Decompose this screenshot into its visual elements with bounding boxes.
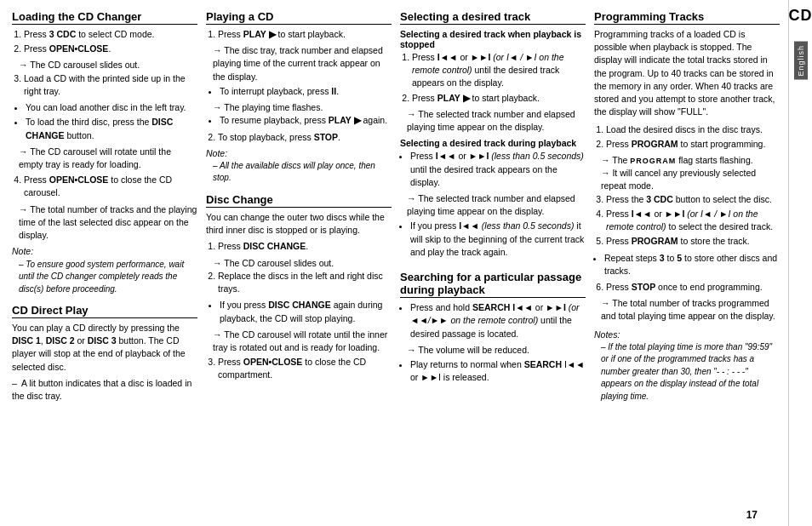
column-2: Playing a CD Press PLAY ▶ to start playb…	[206, 10, 392, 519]
arrow-item: → The selected track number and elapsed …	[400, 108, 586, 134]
list-item: Press PROGRAM to store the track.	[606, 235, 780, 248]
section-title-selecting: Selecting a desired track	[400, 10, 586, 25]
list-item: Press PROGRAM to start programming.	[606, 138, 780, 151]
list-item: Press DISC CHANGE.	[218, 240, 392, 253]
arrow-item: → The volume will be reduced.	[400, 344, 586, 357]
list-item: If you press I◄◄ (less than 0.5 seconds)…	[410, 220, 586, 259]
section-title-cd-direct: CD Direct Play	[12, 304, 197, 318]
list-item: Press I◄◄ or ►►I (or I◄ / ►I on the remo…	[606, 208, 780, 233]
list-item: Press OPEN•CLOSE to close the CD carouse…	[24, 174, 197, 199]
cd-tab-label: CD	[789, 7, 813, 25]
list-item: To interrupt playback, press II.	[220, 85, 392, 98]
list-item: To stop playback, press STOP.	[218, 131, 392, 144]
note-block: Note: – To ensure good system performanc…	[12, 245, 197, 295]
list-item: Repeat steps 3 to 5 to store other discs…	[604, 252, 780, 277]
column-1: Loading the CD Changer Press 3 CDC to se…	[12, 10, 197, 519]
list-item: To resume playback, press PLAY ▶ again.	[220, 114, 392, 127]
cd-direct-body: You can play a CD directly by pressing t…	[12, 322, 197, 374]
side-tab: CD English	[788, 0, 812, 526]
section-searching: Searching for a particular passage durin…	[400, 271, 586, 387]
list-item: Press the 3 CDC button to select the dis…	[606, 193, 780, 206]
arrow-item: → The CD carousel will rotate until the …	[206, 329, 392, 354]
section-title-searching: Searching for a particular passage durin…	[400, 271, 586, 298]
sub-title-stopped: Selecting a desired track when playback …	[400, 29, 586, 49]
list-item: Load a CD with the printed side up in th…	[24, 72, 197, 98]
section-title-disc-change: Disc Change	[206, 193, 392, 208]
section-selecting: Selecting a desired track Selecting a de…	[400, 10, 586, 262]
page-number: 17	[746, 509, 758, 521]
list-item: Play returns to normal when SEARCH I◄◄ o…	[410, 358, 586, 384]
list-item: Press and hold SEARCH I◄◄ or ►►I (or ◄◄/…	[410, 301, 586, 340]
arrow-item: → The CD carousel will rotate until the …	[12, 146, 197, 171]
column-3: Selecting a desired track Selecting a de…	[400, 10, 586, 519]
main-content: Loading the CD Changer Press 3 CDC to se…	[0, 0, 788, 526]
column-4: Programming Tracks Programming tracks of…	[594, 10, 780, 519]
section-programming: Programming Tracks Programming tracks of…	[594, 10, 780, 403]
arrow-item: → It will cancel any previously selected…	[594, 167, 780, 192]
list-item: To load the third disc, press the DISC C…	[26, 116, 197, 141]
section-disc-change: Disc Change You can change the outer two…	[206, 193, 392, 386]
section-title-programming: Programming Tracks	[594, 10, 780, 25]
arrow-item: → The CD carousel slides out.	[12, 59, 197, 71]
section-loading: Loading the CD Changer Press 3 CDC to se…	[12, 10, 197, 295]
section-playing: Playing a CD Press PLAY ▶ to start playb…	[206, 10, 392, 185]
list-item: Press PLAY ▶ to start playback.	[218, 28, 392, 41]
disc-change-intro: You can change the outer two discs while…	[206, 211, 392, 237]
notes-block-programming: Notes: – If the total playing time is mo…	[594, 329, 780, 403]
arrow-item: → The playing time flashes.	[206, 101, 392, 114]
sub-title-during: Selecting a desired track during playbac…	[400, 138, 586, 148]
arrow-item: → The total number of tracks and the pla…	[12, 203, 197, 243]
list-item: You can load another disc in the left tr…	[26, 101, 197, 114]
arrow-item: → The selected track number and elapsed …	[400, 192, 586, 218]
section-cd-direct: CD Direct Play You can play a CD directl…	[12, 304, 197, 403]
arrow-item: → The PROGRAM flag starts flashing.	[594, 154, 780, 167]
arrow-item: → The disc tray, track number and elapse…	[206, 44, 392, 83]
list-item: Press PLAY ▶ to start playback.	[412, 92, 586, 105]
list-item: Press I◄◄ or ►►I (less than 0.5 seconds)…	[410, 150, 586, 189]
programming-intro: Programming tracks of a loaded CD is pos…	[594, 28, 780, 119]
page-container: Loading the CD Changer Press 3 CDC to se…	[0, 0, 812, 526]
list-item: Press STOP once to end programming.	[606, 281, 780, 294]
language-tab: English	[794, 42, 808, 80]
cd-direct-note: – A lit button indicates that a disc is …	[12, 377, 197, 403]
list-item: Load the desired discs in the disc trays…	[606, 123, 780, 136]
list-item: Replace the discs in the left and right …	[218, 270, 392, 295]
arrow-item: → The total number of tracks programmed …	[594, 297, 780, 323]
section-title-loading: Loading the CD Changer	[12, 10, 197, 25]
arrow-item: → The CD carousel slides out.	[206, 257, 392, 270]
section-title-playing: Playing a CD	[206, 10, 392, 25]
list-item: Press 3 CDC to select CD mode.	[24, 28, 197, 41]
note-block-playing: Note: – All the available discs will pla…	[206, 147, 392, 185]
list-item: Press OPEN•CLOSE to close the CD compart…	[218, 356, 392, 381]
list-item: If you press DISC CHANGE again during pl…	[220, 299, 392, 324]
list-item: Press OPEN•CLOSE.	[24, 43, 197, 55]
list-item: Press I◄◄ or ►►I (or I◄ / ►I on the remo…	[412, 51, 586, 90]
